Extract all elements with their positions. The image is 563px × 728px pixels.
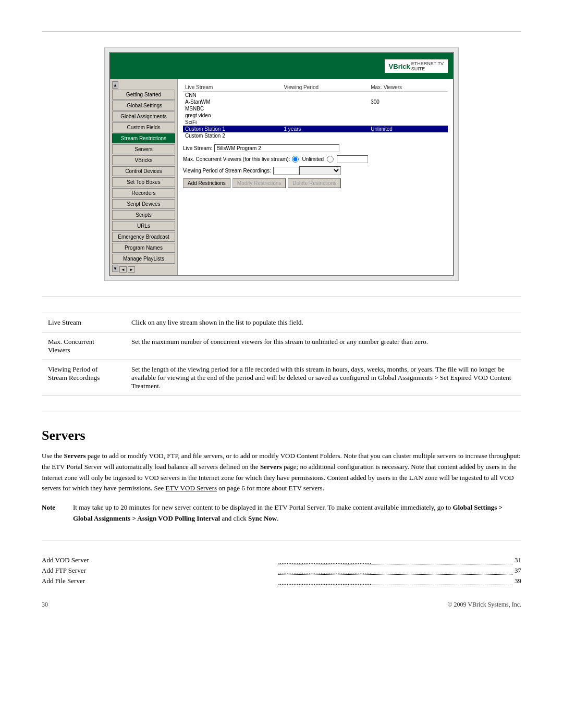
stream-max-viewers-cell: [369, 92, 448, 99]
sidebar-item-custom-fields[interactable]: Custom Fields: [112, 122, 175, 132]
desc-table-row: Live Stream Click on any live stream sho…: [42, 313, 521, 332]
desc-term: Live Stream: [42, 313, 125, 332]
logo-box: VBrick ETHERNET TVSUITE: [385, 59, 448, 73]
stream-name-cell: MSNBC: [183, 105, 282, 112]
stream-viewing-period-cell: [282, 112, 369, 119]
stream-max-viewers-cell: [369, 105, 448, 112]
sidebar-item-recorders[interactable]: Recorders: [112, 188, 175, 198]
stream-max-viewers-cell: Unlimited: [369, 126, 448, 132]
sidebar-item-script-devices[interactable]: Script Devices: [112, 199, 175, 209]
sidebar-scroll-left[interactable]: ◄: [119, 266, 127, 273]
buttons-row: Add Restrictions Modify Restrictions Del…: [183, 178, 448, 188]
stream-max-viewers-cell: [369, 112, 448, 119]
sidebar-item-control-devices[interactable]: Control Devices: [112, 166, 175, 176]
servers-body: Use the Servers page to add or modify VO…: [42, 451, 521, 494]
live-stream-input[interactable]: [214, 144, 339, 152]
viewing-period-input[interactable]: [273, 167, 299, 175]
sidebar-scroll-right[interactable]: ►: [128, 266, 135, 273]
delete-restrictions-button[interactable]: Delete Restrictions: [288, 178, 341, 188]
sidebar-scroll-up[interactable]: ▲: [112, 81, 118, 89]
max-viewers-input[interactable]: [337, 155, 368, 163]
desc-table: Live Stream Click on any live stream sho…: [42, 313, 521, 396]
toc-page-number: 37: [515, 566, 521, 575]
sidebar-item-stream-restrictions[interactable]: Stream Restrictions: [112, 133, 175, 143]
stream-name-cell: Custom Station 1: [183, 126, 282, 132]
stream-table-row[interactable]: A-StanWM 300: [183, 98, 448, 105]
sidebar-item-set-top-boxes[interactable]: Set Top Boxes: [112, 177, 175, 187]
toc-item: Add VOD Server .........................…: [42, 556, 521, 564]
page-wrapper: VBrick ETHERNET TVSUITE ▲ Getting Starte…: [0, 0, 563, 630]
logo-vbrick: VBrick: [389, 63, 410, 70]
sidebar-item-manage-playlists[interactable]: Manage PlayLists: [112, 254, 175, 264]
app-window: VBrick ETHERNET TVSUITE ▲ Getting Starte…: [109, 52, 454, 276]
stream-name-cell: SciFi: [183, 119, 282, 126]
sidebar-item-servers[interactable]: Servers: [112, 144, 175, 154]
radio-custom[interactable]: [327, 156, 334, 163]
col-live-stream: Live Stream: [183, 83, 282, 92]
radio-unlimited[interactable]: [292, 156, 299, 163]
servers-heading: Servers: [42, 428, 521, 443]
sidebar-item-global-settings[interactable]: -Global Settings: [112, 101, 175, 110]
stream-table-row[interactable]: SciFi: [183, 119, 448, 126]
stream-table: Live Stream Viewing Period Max. Viewers …: [183, 83, 448, 139]
logo-etv: ETHERNET TVSUITE: [411, 61, 444, 71]
viewing-period-row: Viewing Period of Stream Recordings: hou…: [183, 166, 448, 175]
sidebar-item-getting-started[interactable]: Getting Started: [112, 90, 175, 100]
add-restrictions-button[interactable]: Add Restrictions: [183, 178, 230, 188]
note-label: Note: [42, 502, 73, 524]
sidebar-scroll-horizontal: ◄ ►: [119, 266, 135, 273]
stream-name-cell: gregt video: [183, 112, 282, 119]
stream-max-viewers-cell: 300: [369, 98, 448, 105]
max-concurrent-row: Max. Concurrent Viewers (for this live s…: [183, 155, 448, 163]
stream-table-row[interactable]: CNN: [183, 92, 448, 99]
modify-restrictions-button[interactable]: Modify Restrictions: [232, 178, 286, 188]
toc-dots: ........................................…: [278, 578, 513, 585]
sidebar-item-emergency-broadcast[interactable]: Emergency Broadcast: [112, 232, 175, 242]
app-header: VBrick ETHERNET TVSUITE: [110, 53, 453, 79]
stream-max-viewers-cell: [369, 119, 448, 126]
toc-list: Add VOD Server .........................…: [42, 556, 521, 585]
toc-page-number: 31: [515, 556, 521, 564]
toc-item: Add File Server ........................…: [42, 577, 521, 585]
stream-viewing-period-cell: [282, 98, 369, 105]
viewing-period-select[interactable]: hours days weeks months years: [299, 166, 341, 175]
note-content: It may take up to 20 minutes for new ser…: [73, 502, 521, 524]
toc-item-label: Add FTP Server: [42, 566, 276, 575]
top-rule: [42, 31, 521, 32]
sidebar-scroll-down[interactable]: ▼: [112, 265, 118, 272]
copyright: © 2009 VBrick Systems, Inc.: [447, 601, 521, 609]
etv-vod-servers-link[interactable]: ETV VOD Servers: [166, 484, 217, 492]
form-section: Live Stream: Max. Concurrent Viewers (fo…: [183, 144, 448, 188]
sidebar-item-global-assignments[interactable]: Global Assignments: [112, 112, 175, 121]
mid-rule: [42, 297, 521, 297]
stream-viewing-period-cell: 1 years: [282, 126, 369, 132]
page-number: 30: [42, 601, 48, 609]
note-box: Note It may take up to 20 minutes for ne…: [42, 502, 521, 524]
toc-item: Add FTP Server .........................…: [42, 566, 521, 575]
stream-viewing-period-cell: [282, 132, 369, 139]
desc-definition: Set the maximum number of concurrent vie…: [125, 332, 521, 360]
screenshot-container: VBrick ETHERNET TVSUITE ▲ Getting Starte…: [104, 47, 459, 281]
max-concurrent-label: Max. Concurrent Viewers (for this live s…: [183, 156, 290, 162]
toc-item-label: Add File Server: [42, 577, 276, 585]
stream-table-row[interactable]: Custom Station 2: [183, 132, 448, 139]
sidebar-item-program-names[interactable]: Program Names: [112, 243, 175, 253]
sidebar-item-urls[interactable]: URLs: [112, 221, 175, 231]
toc-dots: ........................................…: [278, 568, 513, 575]
stream-table-row[interactable]: gregt video: [183, 112, 448, 119]
sidebar-item-scripts[interactable]: Scripts: [112, 210, 175, 220]
radio-unlimited-label: Unlimited: [302, 156, 324, 162]
stream-table-row[interactable]: Custom Station 1 1 years Unlimited: [183, 126, 448, 132]
stream-name-cell: CNN: [183, 92, 282, 99]
app-body: ▲ Getting Started -Global Settings Globa…: [110, 79, 453, 275]
col-max-viewers: Max. Viewers: [369, 83, 448, 92]
desc-term: Viewing Period ofStream Recordings: [42, 360, 125, 396]
stream-viewing-period-cell: [282, 119, 369, 126]
stream-table-row[interactable]: MSNBC: [183, 105, 448, 112]
desc-term: Max. ConcurrentViewers: [42, 332, 125, 360]
stream-name-cell: A-StanWM: [183, 98, 282, 105]
toc-page-number: 39: [515, 577, 521, 585]
sidebar-item-vbricks[interactable]: VBricks: [112, 155, 175, 165]
live-stream-row: Live Stream:: [183, 144, 448, 152]
mid-rule-2: [42, 412, 521, 412]
